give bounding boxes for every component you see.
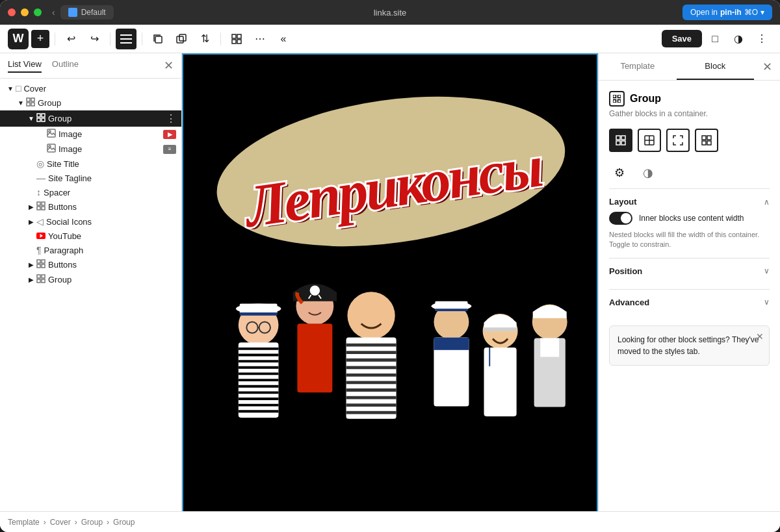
svg-rect-16 [37,118,40,121]
info-box: ✕ Looking for other block settings? They… [609,325,770,366]
tree-item-spacer[interactable]: ▶ ↕ Spacer [0,185,181,199]
sidebar-close-button[interactable]: ✕ [164,58,174,73]
advanced-section: Advanced ∨ [609,289,770,320]
style-btn-1[interactable] [609,129,632,152]
redo-button[interactable]: ↪ [84,29,105,49]
tree-item-image1[interactable]: ▶ Image ▶ [0,127,181,142]
save-button[interactable]: Save [662,30,702,47]
breadcrumb-item-group2[interactable]: Group [113,518,135,527]
advanced-section-header[interactable]: Advanced ∨ [609,298,770,307]
social-icons-label: Social Icons [46,217,176,227]
tree-item-social-icons[interactable]: ▶ ◁ Social Icons [0,214,181,229]
open-in-shortcut: ⌘O [744,8,758,17]
paragraph-label: Paragraph [44,246,176,255]
layout-section: Layout ∧ Inner blocks use content width … [609,188,770,258]
style-tab-button[interactable]: ◑ [638,162,658,183]
block-icon [609,91,625,107]
position-section-header[interactable]: Position ∨ [609,266,770,276]
tree-item-cover[interactable]: ▼ □ Cover [0,81,181,95]
left-sidebar: List View Outline ✕ ▼ □ Cover ▼ G [0,53,182,511]
url-bar[interactable]: linka.site [374,8,407,18]
tree-item-youtube[interactable]: ▶ YouTube [0,229,181,243]
buttons1-icon [36,201,46,212]
panel-header: Template Block ✕ [599,53,780,81]
style-btn-4[interactable] [695,129,718,152]
tab-list-view[interactable]: List View [8,59,42,73]
move-button[interactable]: ⇅ [194,29,215,49]
image1-label: Image [58,129,163,139]
svg-point-60 [310,286,320,296]
close-traffic-light[interactable] [8,8,16,16]
panel-close-button[interactable]: ✕ [757,57,777,77]
tree-item-paragraph[interactable]: ▶ ¶ Paragraph [0,243,181,257]
panel-content: Group Gather blocks in a container. [599,81,780,511]
block-title: Group [630,93,661,105]
inner-blocks-toggle[interactable] [609,212,632,225]
tree-item-buttons1[interactable]: ▶ Buttons [0,199,181,214]
main-area: List View Outline ✕ ▼ □ Cover ▼ G [0,53,780,511]
add-block-button[interactable]: + [31,30,49,48]
tab-template[interactable]: Template [599,53,677,80]
tree-item-image2[interactable]: ▶ Image ≡ [0,142,181,157]
toggle-label: Inner blocks use content width [639,214,744,223]
back-button[interactable]: ‹ [52,7,55,18]
svg-rect-34 [37,279,40,283]
minimize-traffic-light[interactable] [21,8,29,16]
layout-section-header[interactable]: Layout ∧ [609,197,770,207]
cover-icon: □ [16,83,21,94]
group1-icon [26,97,35,108]
tree-item-group3[interactable]: ▶ Group [0,272,181,287]
spacer-label: Spacer [44,188,176,197]
svg-rect-33 [42,275,45,278]
open-in-app: pin-ih [720,8,742,17]
svg-rect-13 [31,103,34,106]
tree-item-buttons2[interactable]: ▶ Buttons [0,257,181,272]
breadcrumb-item-group1[interactable]: Group [81,518,103,527]
info-box-close-button[interactable]: ✕ [756,331,764,342]
tab-block[interactable]: Block [677,53,755,80]
browser-tab[interactable]: Default [60,5,114,19]
svg-rect-29 [42,260,45,263]
group2-label: Group [48,114,166,123]
paste-button[interactable] [171,29,192,49]
svg-rect-12 [27,103,30,106]
block-title-row: Group [609,91,770,107]
wordpress-logo[interactable]: W [8,29,29,49]
settings-tab-button[interactable]: ⚙ [609,162,630,183]
group2-more[interactable]: ⋮ [166,112,176,125]
tab-outline[interactable]: Outline [52,59,79,73]
breadcrumb-item-cover[interactable]: Cover [50,518,71,527]
group1-label: Group [38,98,176,108]
breadcrumb: Template › Cover › Group › Group [0,511,780,532]
list-view-toggle[interactable] [116,29,136,49]
more-toolbar-button[interactable]: ⋯ [250,29,270,49]
tree-item-group1[interactable]: ▼ Group [0,95,181,110]
svg-rect-100 [702,136,706,140]
tree-item-site-title[interactable]: ▶ ◎ Site Title [0,157,181,171]
copy-button[interactable] [148,29,168,49]
styles-button[interactable]: ◑ [728,29,749,49]
settings-more-button[interactable]: ⋮ [751,29,772,49]
advanced-chevron: ∨ [764,298,770,307]
svg-rect-7 [237,34,241,38]
svg-rect-78 [435,301,467,310]
maximize-traffic-light[interactable] [34,8,42,16]
inner-blocks-toggle-row: Inner blocks use content width [609,212,770,225]
style-btn-3[interactable] [666,129,690,152]
svg-rect-24 [37,207,40,210]
view-button[interactable]: □ [705,29,725,49]
breadcrumb-item-template[interactable]: Template [8,518,40,527]
style-btn-2[interactable] [638,129,661,152]
toolbar-divider-3 [142,32,142,45]
svg-rect-81 [434,338,469,350]
open-in-button[interactable]: Open in pin-ih ⌘O ▾ [682,5,772,20]
block-tools-button[interactable] [226,29,247,49]
image2-badge: ≡ [163,145,176,154]
style-buttons-row [609,129,770,152]
tree-item-group2[interactable]: ▼ Group ⋮ [0,110,181,127]
tree-item-site-tagline[interactable]: ▶ — Site Tagline [0,171,181,185]
undo-button[interactable]: ↩ [60,29,81,49]
breadcrumb-sep-2: › [75,518,77,527]
block-tree: ▼ □ Cover ▼ Group ▼ [0,79,181,511]
collapse-button[interactable]: « [273,29,294,49]
